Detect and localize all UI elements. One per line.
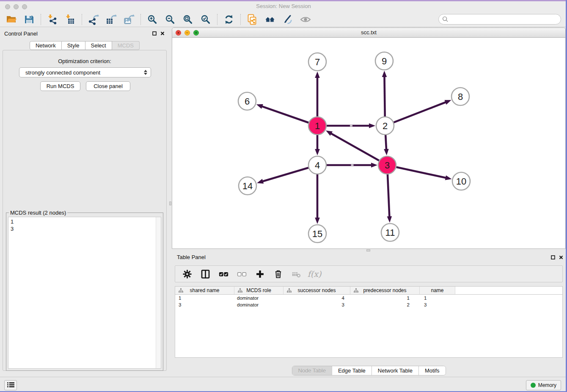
- refresh-button[interactable]: [220, 13, 238, 26]
- deselect-all-button[interactable]: [236, 268, 248, 280]
- network-graph[interactable]: 7968124314101511: [172, 38, 565, 248]
- graph-node-4[interactable]: 4: [308, 156, 326, 174]
- graph-edge-4-14[interactable]: [262, 168, 308, 181]
- zoom-in-button[interactable]: [143, 13, 161, 26]
- graph-node-8[interactable]: 8: [451, 88, 469, 105]
- export-table-button[interactable]: [102, 13, 120, 26]
- graph-edge-2-3[interactable]: [385, 135, 386, 150]
- network-window-titlebar[interactable]: × − + scc.txt: [172, 28, 565, 38]
- graph-node-11[interactable]: 11: [381, 224, 399, 241]
- table-cell[interactable]: dominator: [234, 295, 284, 301]
- table-row[interactable]: 3dominator323: [175, 301, 562, 308]
- search-input[interactable]: [451, 16, 557, 23]
- optimization-criterion-select[interactable]: strongly connected component: [19, 67, 151, 77]
- close-panel-icon[interactable]: [558, 255, 564, 260]
- graph-edge-2-8[interactable]: [394, 102, 446, 122]
- close-panel-icon[interactable]: [160, 31, 165, 36]
- select-all-button[interactable]: [217, 268, 229, 280]
- tab-mcds[interactable]: MCDS: [112, 41, 140, 50]
- graph-node-3[interactable]: 3: [378, 156, 396, 174]
- graph-node-label: 14: [242, 181, 253, 191]
- float-panel-icon[interactable]: [151, 31, 157, 36]
- graph-node-14[interactable]: 14: [239, 177, 256, 195]
- mcds-result-group: MCDS result (2 nodes) 13: [6, 210, 163, 371]
- open-file-button[interactable]: [3, 13, 20, 26]
- float-panel-icon[interactable]: [550, 255, 556, 260]
- import-table-button[interactable]: [61, 13, 79, 26]
- clone-network-icon: [247, 14, 258, 25]
- columns-button[interactable]: [199, 268, 211, 280]
- table-cell[interactable]: 1: [175, 295, 234, 301]
- graph-edge-1-6[interactable]: [261, 106, 308, 123]
- close-panel-button[interactable]: Close panel: [86, 81, 130, 91]
- table-cell[interactable]: 3: [175, 301, 234, 308]
- network-canvas[interactable]: 7968124314101511: [172, 38, 565, 248]
- column-header-mcds-role[interactable]: MCDS role: [234, 287, 284, 294]
- tab-network[interactable]: Network: [30, 41, 62, 50]
- gear-button[interactable]: [181, 268, 193, 280]
- tab-select[interactable]: Select: [85, 41, 112, 50]
- graph-node-2[interactable]: 2: [376, 117, 394, 135]
- search-box[interactable]: [438, 14, 561, 25]
- graph-edge-3-10[interactable]: [396, 167, 446, 178]
- graph-node-1[interactable]: 1: [308, 117, 326, 135]
- toolbar-separator: [41, 14, 41, 25]
- run-mcds-button[interactable]: Run MCDS: [40, 81, 80, 91]
- save-session-icon: [24, 14, 35, 25]
- tab-network-table[interactable]: Network Table: [372, 366, 418, 375]
- tab-node-table[interactable]: Node Table: [292, 366, 332, 375]
- table-header-row: shared nameMCDS rolesuccessor nodesprede…: [175, 287, 562, 295]
- table-body: 1dominator4113dominator323: [175, 295, 562, 308]
- table-cell[interactable]: 3: [284, 301, 350, 308]
- tab-style[interactable]: Style: [62, 41, 85, 50]
- task-history-button[interactable]: [4, 380, 17, 390]
- graph-node-7[interactable]: 7: [308, 53, 326, 71]
- table-cell[interactable]: 1: [420, 295, 455, 301]
- table-cell[interactable]: dominator: [234, 301, 284, 308]
- zoom-selected-button[interactable]: [197, 13, 215, 26]
- cybrowser-home-button[interactable]: [261, 13, 279, 26]
- table-cell[interactable]: 4: [284, 295, 350, 301]
- table-cell[interactable]: 3: [420, 301, 455, 308]
- deselect-all-icon: [237, 269, 247, 279]
- zoom-fit-button[interactable]: [179, 13, 197, 26]
- tab-motifs[interactable]: Motifs: [418, 366, 446, 375]
- app-titlebar: Session: New Session: [0, 1, 567, 12]
- memory-button[interactable]: Memory: [526, 380, 561, 390]
- column-header-shared-name[interactable]: shared name: [175, 287, 234, 294]
- column-header-successor-nodes[interactable]: successor nodes: [284, 287, 350, 294]
- column-header-name[interactable]: name: [420, 287, 455, 294]
- import-network-button[interactable]: [44, 13, 61, 26]
- table-row[interactable]: 1dominator411: [175, 295, 562, 301]
- graph-node-9[interactable]: 9: [375, 52, 393, 70]
- table-cell[interactable]: 1: [350, 295, 420, 301]
- clone-network-button[interactable]: [243, 13, 261, 26]
- mcds-result-title: MCDS result (2 nodes): [9, 210, 67, 216]
- table-cell[interactable]: 2: [350, 301, 420, 308]
- graph-node-10[interactable]: 10: [452, 172, 470, 190]
- edge-anchor-mark: [351, 164, 354, 166]
- graph-edge-2-9[interactable]: [384, 76, 385, 116]
- graph-edge-3-11[interactable]: [388, 174, 389, 217]
- splitter-grip[interactable]: [169, 202, 171, 205]
- paint-brush-button[interactable]: [279, 13, 297, 26]
- zoom-out-button[interactable]: [161, 13, 179, 26]
- tree-icon: [287, 288, 292, 293]
- save-session-button[interactable]: [20, 13, 38, 26]
- add-button[interactable]: [254, 268, 266, 280]
- graph-node-15[interactable]: 15: [308, 225, 326, 243]
- horizontal-splitter[interactable]: [172, 249, 566, 252]
- mcds-result-text[interactable]: 13: [8, 217, 161, 369]
- graph-node-label: 3: [385, 160, 390, 171]
- export-image-button[interactable]: [120, 13, 138, 26]
- eye-button: [297, 13, 314, 26]
- delete-table-icon: [292, 269, 301, 279]
- delete-button[interactable]: [272, 268, 284, 280]
- export-network-button[interactable]: [85, 13, 102, 26]
- splitter-grip[interactable]: [366, 249, 370, 251]
- graph-edge-arrow: [369, 123, 375, 128]
- graph-node-6[interactable]: 6: [238, 92, 256, 110]
- graph-edge-3-1[interactable]: [330, 133, 379, 161]
- tab-edge-table[interactable]: Edge Table: [332, 366, 372, 375]
- column-header-predecessor-nodes[interactable]: predecessor nodes: [350, 287, 420, 294]
